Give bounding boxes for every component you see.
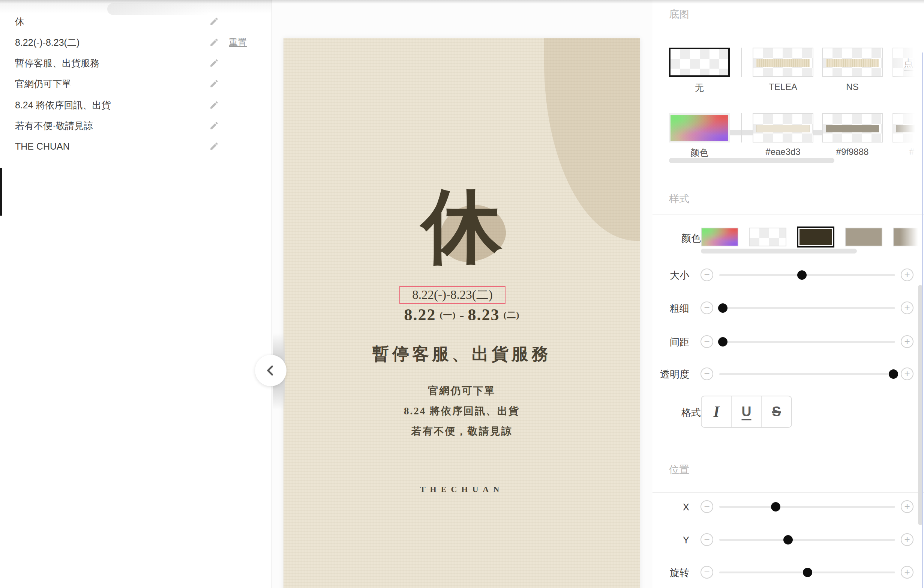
base-option-ns[interactable] bbox=[822, 48, 883, 77]
text-layer-row[interactable]: 暫停客服、出貨服務 bbox=[0, 53, 272, 74]
slider-label: Y bbox=[652, 532, 689, 548]
strikethrough-icon: S bbox=[772, 404, 781, 420]
note-line: 8.24 將依序回訊、出貨 bbox=[284, 401, 640, 421]
plus-button[interactable]: + bbox=[901, 269, 914, 281]
note-line: 若有不便，敬請見諒 bbox=[284, 421, 640, 441]
fill-option-eae3d3[interactable] bbox=[752, 113, 813, 142]
text-layer-row[interactable]: 官網仍可下單 bbox=[0, 73, 272, 94]
slider-row-spacing: 间距 − + bbox=[652, 334, 924, 350]
minus-button[interactable]: − bbox=[701, 302, 713, 314]
slider-thumb[interactable] bbox=[771, 502, 780, 512]
layer-text: 若有不便·敬請見諒 bbox=[15, 115, 93, 136]
window-focus-edge bbox=[922, 53, 923, 588]
edit-pencil-icon[interactable] bbox=[209, 100, 219, 110]
text-layer-row[interactable]: 8.22(-)-8.23(二) 重置 bbox=[0, 32, 272, 53]
poster-date-line: 8.22 (一) - 8.23 (二) bbox=[284, 305, 640, 324]
slider-thumb[interactable] bbox=[797, 270, 807, 280]
slider-track[interactable] bbox=[719, 341, 895, 343]
minus-button[interactable]: − bbox=[701, 566, 713, 579]
fill-option-label: #eae3d3 bbox=[752, 147, 813, 157]
slider-track[interactable] bbox=[719, 571, 895, 573]
text-selection-box[interactable]: 8.22(-)-8.23(二) bbox=[399, 286, 505, 304]
plus-button[interactable]: + bbox=[901, 335, 914, 348]
base-option-label: NS bbox=[822, 82, 883, 92]
color-preview-stripe bbox=[756, 125, 810, 132]
plus-button[interactable]: + bbox=[901, 500, 914, 513]
underline-button[interactable]: U bbox=[732, 396, 762, 427]
text-color-gradient[interactable] bbox=[701, 228, 738, 246]
plus-button[interactable]: + bbox=[901, 566, 914, 579]
text-layer-row[interactable]: 若有不便·敬請見諒 bbox=[0, 115, 272, 136]
fill-options-scrollbar[interactable] bbox=[669, 158, 834, 163]
minus-button[interactable]: − bbox=[701, 335, 713, 348]
minus-button[interactable]: − bbox=[701, 368, 713, 380]
sidebar-drag-handle[interactable] bbox=[0, 168, 2, 216]
plus-button[interactable]: + bbox=[901, 368, 914, 380]
divider bbox=[652, 29, 924, 29]
text-color-dark-selected[interactable] bbox=[797, 226, 834, 248]
swatch-overflow-fade bbox=[900, 223, 924, 257]
text-layer-row[interactable]: 8.24 將依序回訊、出貨 bbox=[0, 94, 272, 116]
format-button-group: I U S bbox=[701, 396, 792, 428]
edit-pencil-icon[interactable] bbox=[209, 38, 219, 47]
layer-text: 8.24 將依序回訊、出貨 bbox=[15, 94, 111, 116]
fill-option-color-picker[interactable] bbox=[669, 113, 730, 142]
text-layer-row[interactable]: THE CHUAN bbox=[0, 136, 272, 157]
edit-pencil-icon[interactable] bbox=[209, 58, 219, 68]
underline-icon: U bbox=[742, 404, 751, 420]
layer-text: 官網仍可下單 bbox=[15, 73, 71, 94]
base-option-telea[interactable] bbox=[752, 48, 813, 77]
slider-label: 粗细 bbox=[652, 301, 689, 316]
edit-pencil-icon[interactable] bbox=[209, 79, 219, 89]
slider-track[interactable] bbox=[719, 307, 895, 309]
date-start-weekday: (一) bbox=[440, 309, 456, 321]
minus-button[interactable]: − bbox=[701, 500, 713, 513]
swatch-overflow-fade bbox=[889, 34, 924, 176]
plus-button[interactable]: + bbox=[901, 302, 914, 314]
text-layers-sidebar: 休 8.22(-)-8.23(二) 重置 暫停客服、出貨服務 官網仍可下單 8.… bbox=[0, 0, 272, 588]
text-layer-row[interactable]: 休 bbox=[0, 11, 272, 32]
base-option-none[interactable] bbox=[669, 48, 730, 77]
poster-preview[interactable]: 休 8.22(-)-8.23(二) 8.22 (一) - 8.23 (二) 暫停… bbox=[284, 38, 640, 588]
properties-panel: 底图 点 无 TELEA NS 颜色 #eae3d3 #9f9 bbox=[652, 0, 924, 588]
slider-thumb[interactable] bbox=[784, 535, 793, 545]
text-color-tan[interactable] bbox=[845, 228, 883, 246]
ns-preview-stripe bbox=[826, 59, 879, 67]
app-window: 休 8.22(-)-8.23(二) 重置 暫停客服、出貨服務 官網仍可下單 8.… bbox=[0, 0, 924, 588]
italic-button[interactable]: I bbox=[701, 396, 732, 427]
strikethrough-button[interactable]: S bbox=[762, 396, 791, 427]
slider-track[interactable] bbox=[719, 506, 895, 508]
collapse-sidebar-button[interactable] bbox=[255, 355, 287, 386]
slider-thumb[interactable] bbox=[718, 337, 728, 347]
divider bbox=[652, 492, 924, 493]
slider-track[interactable] bbox=[719, 373, 895, 375]
text-color-scrollbar[interactable] bbox=[701, 249, 857, 253]
reset-link[interactable]: 重置 bbox=[229, 32, 247, 53]
slider-row-x: X − + bbox=[652, 499, 924, 515]
minus-button[interactable]: − bbox=[701, 269, 713, 281]
edit-pencil-icon[interactable] bbox=[209, 17, 219, 26]
fill-option-label: 颜色 bbox=[669, 147, 730, 159]
date-end-weekday: (二) bbox=[503, 309, 520, 321]
slider-label: 间距 bbox=[652, 334, 689, 350]
fill-option-9f9888[interactable] bbox=[822, 113, 883, 142]
plus-button[interactable]: + bbox=[901, 533, 914, 546]
italic-icon: I bbox=[713, 403, 719, 421]
editor-canvas: 休 8.22(-)-8.23(二) 8.22 (一) - 8.23 (二) 暫停… bbox=[272, 0, 652, 588]
slider-track[interactable] bbox=[719, 539, 895, 541]
date-separator: - bbox=[460, 307, 464, 323]
slider-row-weight: 粗细 − + bbox=[652, 301, 924, 316]
top-shadow bbox=[0, 0, 924, 4]
edit-pencil-icon[interactable] bbox=[209, 141, 219, 151]
poster-headline: 休 bbox=[284, 187, 640, 267]
text-color-transparent[interactable] bbox=[749, 228, 786, 246]
date-start: 8.22 bbox=[404, 305, 436, 324]
slider-thumb[interactable] bbox=[889, 369, 898, 379]
slider-thumb[interactable] bbox=[803, 568, 812, 577]
poster-note-lines: 官網仍可下單 8.24 將依序回訊、出貨 若有不便，敬請見諒 bbox=[284, 381, 640, 441]
selection-text: 8.22(-)-8.23(二) bbox=[412, 286, 492, 303]
slider-track[interactable] bbox=[719, 274, 895, 276]
slider-thumb[interactable] bbox=[718, 303, 728, 313]
edit-pencil-icon[interactable] bbox=[209, 121, 219, 130]
minus-button[interactable]: − bbox=[701, 533, 713, 546]
